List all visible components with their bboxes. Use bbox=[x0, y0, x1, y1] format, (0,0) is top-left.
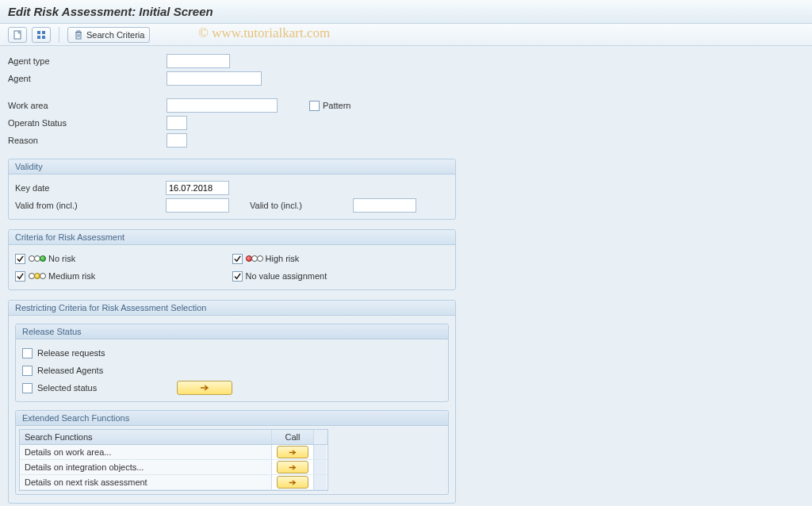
table-row[interactable]: Details on integration objects... bbox=[20, 460, 327, 475]
call-arrow-button[interactable] bbox=[277, 446, 308, 458]
criteria-groupbox: Criteria for Risk Assessment No risk Hig… bbox=[8, 229, 456, 290]
traffic-light-green-icon bbox=[29, 255, 45, 262]
table-row[interactable]: Details on work area... bbox=[20, 445, 327, 460]
no-risk-checkbox[interactable] bbox=[15, 254, 25, 264]
search-functions-table: Search Functions Call Details on work ar… bbox=[19, 429, 328, 491]
search-function-cell: Details on work area... bbox=[20, 445, 272, 459]
toolbar-separator bbox=[59, 27, 59, 43]
table-scrollbar[interactable] bbox=[314, 475, 327, 489]
toolbar: Search Criteria bbox=[0, 24, 812, 46]
grid-layout-button[interactable] bbox=[32, 27, 51, 43]
call-cell bbox=[272, 445, 314, 459]
medium-risk-checkbox[interactable] bbox=[15, 271, 25, 282]
reason-label: Reason bbox=[8, 136, 167, 145]
agent-label: Agent bbox=[8, 74, 167, 83]
traffic-light-yellow-icon bbox=[29, 273, 45, 279]
valid-to-label: Valid to (incl.) bbox=[250, 201, 353, 210]
release-requests-label: Release requests bbox=[37, 348, 105, 358]
grid-icon bbox=[36, 29, 47, 40]
valid-to-input[interactable] bbox=[353, 198, 416, 213]
call-cell bbox=[272, 460, 314, 474]
search-function-cell: Details on integration objects... bbox=[20, 460, 272, 474]
selected-status-checkbox[interactable] bbox=[22, 383, 33, 393]
document-icon bbox=[12, 29, 23, 40]
operatn-status-label: Operatn Status bbox=[8, 118, 167, 128]
title-bar: Edit Risk Assessment: Initial Screen bbox=[0, 0, 812, 24]
agent-type-label: Agent type bbox=[8, 56, 167, 66]
search-function-cell: Details on next risk assessment bbox=[20, 475, 272, 489]
work-area-input[interactable] bbox=[167, 98, 278, 113]
call-arrow-button[interactable] bbox=[277, 476, 308, 489]
selected-status-arrow-button[interactable] bbox=[177, 381, 232, 395]
trash-icon bbox=[73, 29, 84, 40]
col-search-functions[interactable]: Search Functions bbox=[20, 430, 272, 444]
validity-groupbox: Validity Key date Valid from (incl.) Val… bbox=[8, 159, 456, 220]
validity-title: Validity bbox=[9, 159, 455, 174]
high-risk-label: High risk bbox=[266, 254, 300, 263]
traffic-light-red-icon bbox=[246, 255, 262, 262]
no-value-checkbox[interactable] bbox=[232, 271, 243, 282]
table-scrollbar[interactable] bbox=[314, 445, 327, 459]
page-title: Edit Risk Assessment: Initial Screen bbox=[8, 5, 804, 18]
svg-rect-1 bbox=[37, 31, 40, 34]
reason-input[interactable] bbox=[167, 133, 187, 148]
high-risk-checkbox[interactable] bbox=[232, 254, 243, 264]
arrow-right-icon bbox=[288, 479, 297, 486]
svg-rect-5 bbox=[76, 33, 81, 39]
table-scrollbar[interactable] bbox=[314, 430, 327, 444]
table-scrollbar[interactable] bbox=[314, 460, 327, 474]
agent-input[interactable] bbox=[167, 71, 262, 86]
search-criteria-label: Search Criteria bbox=[86, 30, 144, 40]
call-arrow-button[interactable] bbox=[277, 461, 308, 473]
extended-search-title: Extended Search Functions bbox=[16, 411, 448, 426]
selected-status-label: Selected status bbox=[37, 383, 172, 393]
arrow-right-icon bbox=[199, 384, 210, 392]
extended-search-groupbox: Extended Search Functions Search Functio… bbox=[15, 410, 449, 495]
svg-rect-4 bbox=[42, 36, 45, 39]
released-agents-label: Released Agents bbox=[37, 366, 103, 375]
agent-type-input[interactable] bbox=[167, 54, 230, 68]
work-area-label: Work area bbox=[8, 101, 167, 110]
arrow-right-icon bbox=[288, 449, 297, 456]
no-value-label: No value assignment bbox=[246, 271, 327, 281]
restricting-title: Restricting Criteria for Risk Assessment… bbox=[9, 301, 455, 316]
call-cell bbox=[272, 475, 314, 489]
pattern-checkbox[interactable] bbox=[309, 101, 320, 111]
release-status-groupbox: Release Status Release requests Released… bbox=[15, 324, 449, 402]
valid-from-label: Valid from (incl.) bbox=[15, 201, 166, 210]
key-date-label: Key date bbox=[15, 183, 166, 193]
svg-rect-3 bbox=[37, 36, 40, 39]
restricting-groupbox: Restricting Criteria for Risk Assessment… bbox=[8, 300, 456, 504]
key-date-input[interactable] bbox=[166, 181, 229, 195]
col-call[interactable]: Call bbox=[272, 430, 314, 444]
medium-risk-label: Medium risk bbox=[48, 271, 95, 281]
released-agents-checkbox[interactable] bbox=[22, 366, 33, 376]
valid-from-input[interactable] bbox=[166, 198, 229, 213]
release-status-title: Release Status bbox=[16, 324, 448, 339]
criteria-title: Criteria for Risk Assessment bbox=[9, 230, 455, 245]
operatn-status-input[interactable] bbox=[167, 116, 187, 130]
table-row[interactable]: Details on next risk assessment bbox=[20, 475, 327, 490]
new-document-button[interactable] bbox=[8, 27, 27, 43]
no-risk-label: No risk bbox=[48, 254, 75, 263]
release-requests-checkbox[interactable] bbox=[22, 348, 33, 358]
search-criteria-button[interactable]: Search Criteria bbox=[67, 27, 150, 43]
svg-rect-2 bbox=[42, 31, 45, 34]
arrow-right-icon bbox=[288, 464, 297, 471]
pattern-label: Pattern bbox=[323, 101, 350, 110]
